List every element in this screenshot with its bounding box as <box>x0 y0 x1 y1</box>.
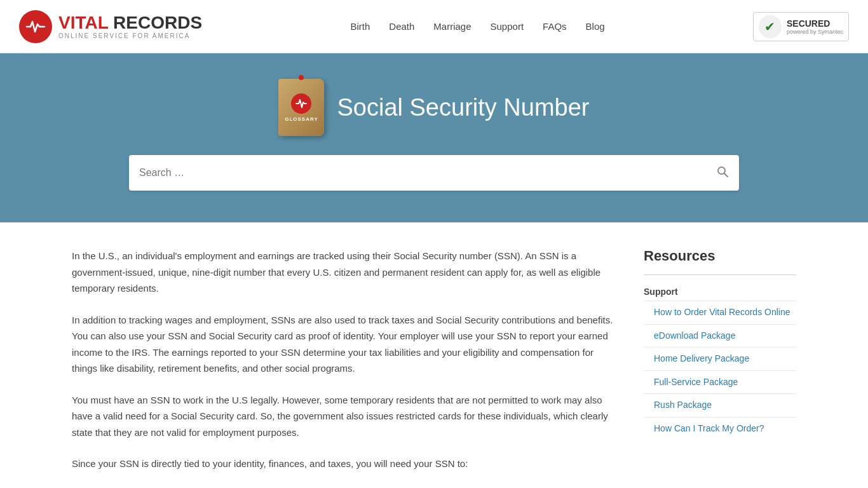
logo-vital: VITAL <box>58 13 108 32</box>
nav-death[interactable]: Death <box>389 21 414 32</box>
page-title: Social Security Number <box>337 94 589 121</box>
hero-banner: GLOSSARY Social Security Number <box>0 53 868 222</box>
book-label: GLOSSARY <box>285 116 318 122</box>
main-content: In the U.S., an individual's employment … <box>53 222 815 488</box>
sidebar-link-rush-package[interactable]: Rush Package <box>644 393 796 417</box>
sidebar-link-full-service[interactable]: Full-Service Package <box>644 370 796 394</box>
logo-tagline: ONLINE SERVICE FOR AMERICA <box>58 32 202 39</box>
nav-blog[interactable]: Blog <box>586 21 605 32</box>
search-button[interactable] <box>716 165 729 181</box>
nav-birth[interactable]: Birth <box>350 21 370 32</box>
article-para-4: Since your SSN is directly tied to your … <box>72 456 618 472</box>
article-para-2: In addition to tracking wages and employ… <box>72 312 618 377</box>
nav-faqs[interactable]: FAQs <box>543 21 567 32</box>
sidebar-link-edownload[interactable]: eDownload Package <box>644 324 796 348</box>
norton-text: SECURED powered by Symantec <box>787 18 843 35</box>
search-bar <box>129 155 739 191</box>
norton-secured-label: SECURED <box>787 18 843 29</box>
article-para-3: You must have an SSN to work in the U.S … <box>72 392 618 441</box>
logo-name: VITAL RECORDS <box>58 13 202 33</box>
sidebar-link-track-order[interactable]: How Can I Track My Order? <box>644 417 796 440</box>
logo-area: VITAL RECORDS ONLINE SERVICE FOR AMERICA <box>19 10 202 43</box>
book-inner-icon <box>291 93 311 114</box>
nav-support[interactable]: Support <box>491 21 524 32</box>
sidebar-divider <box>644 274 796 275</box>
sidebar-section-label: Support <box>644 283 796 301</box>
hero-top: GLOSSARY Social Security Number <box>278 79 589 136</box>
sidebar-title: Resources <box>644 248 796 264</box>
logo-icon <box>19 10 52 43</box>
norton-badge: ✔ SECURED powered by Symantec <box>753 12 849 41</box>
logo-records: RECORDS <box>113 13 202 32</box>
article-para-1: In the U.S., an individual's employment … <box>72 248 618 297</box>
article-body: In the U.S., an individual's employment … <box>72 248 618 487</box>
sidebar-link-home-delivery[interactable]: Home Delivery Package <box>644 347 796 370</box>
logo-text: VITAL RECORDS ONLINE SERVICE FOR AMERICA <box>58 13 202 40</box>
main-nav: Birth Death Marriage Support FAQs Blog <box>350 21 604 32</box>
norton-symantec-label: powered by Symantec <box>787 29 843 35</box>
svg-line-2 <box>724 173 728 177</box>
sidebar-link-how-to-order[interactable]: How to Order Vital Records Online <box>644 301 796 324</box>
nav-marriage[interactable]: Marriage <box>433 21 471 32</box>
glossary-book-icon: GLOSSARY <box>278 79 324 136</box>
sidebar: Resources Support How to Order Vital Rec… <box>644 248 796 487</box>
norton-check-icon: ✔ <box>759 15 782 38</box>
search-input[interactable] <box>139 167 716 179</box>
site-header: VITAL RECORDS ONLINE SERVICE FOR AMERICA… <box>0 0 868 53</box>
